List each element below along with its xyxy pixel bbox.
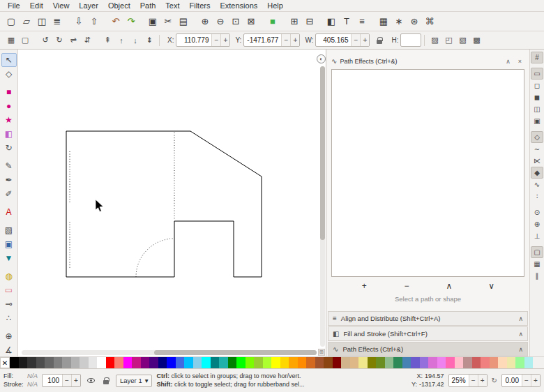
guide-dotted-arc[interactable] [136, 239, 174, 277]
palette-swatch[interactable] [10, 357, 19, 368]
transform-pattern[interactable]: ▩ [469, 33, 483, 47]
vertical-scrollbar-thumb[interactable] [320, 66, 325, 240]
snap-smooth-nodes[interactable]: ∿ [531, 179, 543, 190]
palette-swatch[interactable] [80, 357, 89, 368]
path-effects-list[interactable] [331, 69, 524, 277]
palette-swatch[interactable] [463, 357, 472, 368]
document-properties[interactable]: ⊛ [407, 14, 422, 29]
palette-swatch[interactable] [219, 357, 228, 368]
y-field[interactable]: -1471.677 − + [243, 33, 300, 47]
palette-swatch[interactable] [158, 357, 167, 368]
palette-swatch[interactable] [324, 357, 333, 368]
move-effect-down-button[interactable]: ∨ [476, 279, 507, 293]
layer-visibility-toggle[interactable] [85, 375, 96, 386]
symbols-dialog[interactable]: ∗ [391, 14, 407, 29]
palette-swatch[interactable] [19, 357, 28, 368]
remove-effect-button[interactable]: − [391, 279, 422, 293]
rotation-increment[interactable]: + [531, 375, 540, 386]
cut[interactable]: ✂ [160, 14, 176, 29]
palette-swatch[interactable] [62, 357, 71, 368]
opacity-increment[interactable]: + [71, 375, 80, 386]
export[interactable]: ⇧ [86, 14, 102, 29]
opacity-field[interactable]: 100 − + [42, 374, 81, 387]
palette-swatch[interactable] [97, 357, 106, 368]
y-decrement[interactable]: − [281, 34, 290, 46]
tool-selector[interactable]: ↖ [1, 53, 17, 67]
rotation-decrement[interactable]: − [522, 375, 531, 386]
tool-measure[interactable]: ∡ [1, 343, 17, 357]
horizontal-scrollbar-thumb[interactable] [154, 350, 317, 355]
snap-enable[interactable]: # [531, 52, 543, 63]
snap-object-centers[interactable]: ⊙ [531, 206, 543, 218]
tool-pencil[interactable]: ✎ [1, 159, 17, 173]
x-decrement[interactable]: − [211, 34, 220, 46]
palette-swatch[interactable] [515, 357, 524, 368]
palette-swatch[interactable] [437, 357, 446, 368]
zoom-page[interactable]: ⊡ [228, 14, 243, 29]
palette-swatch[interactable] [402, 357, 411, 368]
palette-swatch[interactable] [472, 357, 481, 368]
tool-text[interactable]: A [1, 205, 17, 219]
menu-item[interactable]: Text [160, 1, 184, 10]
lower-to-bottom[interactable]: ⇟ [142, 33, 156, 47]
tool-eraser[interactable]: ▭ [1, 283, 17, 297]
panel-path-effects[interactable]: ∿ Path Effects (Ctrl+&) ∧ [328, 342, 528, 356]
x-increment[interactable]: + [220, 34, 229, 46]
rotate-ccw[interactable]: ↺ [38, 33, 52, 47]
tool-ellipse[interactable]: ● [1, 99, 17, 113]
palette-swatch[interactable] [132, 357, 141, 368]
layer-selector[interactable]: Layer 1 ▾ [116, 375, 152, 387]
zoom-in[interactable]: ⊕ [197, 14, 213, 29]
snap-page-border[interactable]: ▢ [531, 246, 543, 258]
tool-dropper[interactable]: ▼ [1, 251, 17, 265]
snap-midpoints[interactable]: ∶ [531, 190, 543, 202]
tool-image[interactable]: ▣ [1, 237, 17, 251]
palette-swatch[interactable] [306, 357, 315, 368]
panel-align-distribute[interactable]: ≡ Align and Distribute (Shift+Ctrl+A) ∧ [328, 311, 528, 326]
width-value[interactable]: 405.165 [316, 36, 351, 44]
palette-swatch[interactable] [141, 357, 150, 368]
width-field[interactable]: 405.165 − + [315, 33, 370, 47]
snap-text-baselines[interactable]: ⊥ [531, 230, 543, 242]
palette-swatch[interactable] [490, 357, 499, 368]
palette-swatch[interactable] [27, 357, 36, 368]
menu-item[interactable]: View [48, 1, 75, 10]
palette-swatch[interactable] [376, 357, 385, 368]
palette-swatch[interactable] [446, 357, 455, 368]
palette-swatch[interactable] [36, 357, 45, 368]
menu-item[interactable]: Edit [25, 1, 48, 10]
menu-item[interactable]: Extensions [215, 1, 262, 10]
rotation-value[interactable]: 0.00 [502, 377, 522, 384]
palette-swatch[interactable] [524, 357, 534, 368]
select-all[interactable]: ▦ [4, 33, 18, 47]
path-effects-panel-header[interactable]: ∿ Path Effects (Ctrl+&) ∧ × [331, 55, 524, 67]
tool-node-editor[interactable]: ◇ [1, 67, 17, 81]
palette-swatch[interactable] [202, 357, 211, 368]
snap-nodes[interactable]: ◇ [531, 131, 543, 143]
copy[interactable]: ▣ [145, 14, 160, 29]
snap-guides[interactable]: ∥ [531, 270, 543, 282]
palette-swatch[interactable] [71, 357, 80, 368]
width-decrement[interactable]: − [351, 34, 360, 46]
zoom-decrement[interactable]: − [469, 375, 478, 386]
palette-swatch[interactable] [385, 357, 394, 368]
palette-swatch[interactable] [498, 357, 507, 368]
rotate-cw[interactable]: ↻ [52, 33, 66, 47]
zoom-drawing[interactable]: ⊠ [243, 14, 259, 29]
palette-swatch[interactable] [428, 357, 437, 368]
palette-swatch[interactable] [123, 357, 133, 368]
palette-swatch[interactable] [333, 357, 342, 368]
snap-bbox-edges[interactable]: ◻ [531, 80, 543, 91]
zoom-increment[interactable]: + [478, 375, 487, 386]
snap-bbox-edge-midpoints[interactable]: ◫ [531, 103, 543, 115]
snap-bbox[interactable]: ▭ [531, 68, 543, 80]
snap-grids[interactable]: ▦ [531, 258, 543, 270]
palette-swatch[interactable] [368, 357, 377, 368]
palette-swatch[interactable] [411, 357, 420, 368]
flip-horizontal[interactable]: ⇌ [66, 33, 80, 47]
palette-swatch[interactable] [289, 357, 298, 368]
tool-connector[interactable]: ⊸ [1, 297, 17, 311]
palette-swatch[interactable] [254, 357, 263, 368]
layer-lock-toggle[interactable] [100, 375, 112, 386]
palette-swatch[interactable] [420, 357, 429, 368]
